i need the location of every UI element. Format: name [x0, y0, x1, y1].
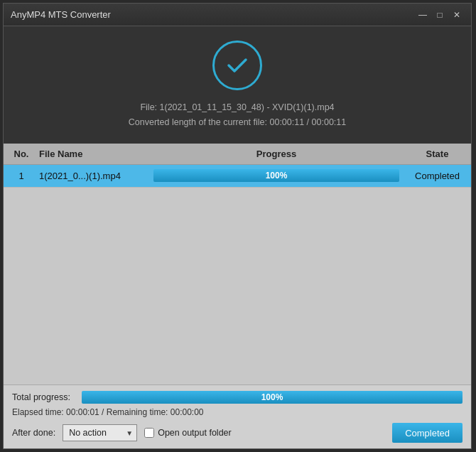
col-header-filename: File Name [39, 149, 149, 159]
total-progress-label: Total progress: [12, 392, 76, 402]
open-output-checkbox[interactable] [144, 428, 154, 438]
open-output-label: Open output folder [158, 428, 232, 438]
elapsed-label: Elapsed time: 00:00:01 / Remaining time:… [12, 407, 204, 417]
row-filename: 1(2021_0...)(1).mp4 [39, 171, 149, 181]
title-bar: AnyMP4 MTS Converter — □ ✕ [4, 4, 471, 26]
col-header-state: State [404, 149, 471, 159]
checkmark-icon [225, 53, 250, 78]
progress-text: 100% [149, 171, 404, 181]
file-info: File: 1(2021_01_11_15_30_48) - XVID(1)(1… [129, 100, 346, 131]
header-area: File: 1(2021_01_11_15_30_48) - XVID(1)(1… [4, 26, 471, 144]
elapsed-row: Elapsed time: 00:00:01 / Remaining time:… [12, 407, 463, 417]
action-select[interactable]: No action Shut down Hibernate Exit progr… [63, 424, 137, 441]
checkbox-area: Open output folder [144, 428, 232, 438]
maximize-button[interactable]: □ [433, 8, 447, 22]
total-progress-row: Total progress: 100% [12, 391, 463, 404]
table-row: 1 1(2021_0...)(1).mp4 100% Completed [4, 165, 471, 188]
row-state: Completed [404, 171, 471, 181]
file-info-line2: Converted length of the current file: 00… [129, 115, 346, 130]
minimize-button[interactable]: — [416, 8, 430, 22]
success-circle [212, 41, 262, 90]
table-header: No. File Name Progress State [4, 144, 471, 165]
action-row: After done: No action Shut down Hibernat… [12, 423, 463, 443]
table-body: 1 1(2021_0...)(1).mp4 100% Completed [4, 165, 471, 385]
window-title: AnyMP4 MTS Converter [11, 9, 416, 20]
total-progress-text: 100% [82, 392, 463, 402]
close-button[interactable]: ✕ [450, 8, 464, 22]
completed-button[interactable]: Completed [392, 423, 463, 443]
bottom-area: Total progress: 100% Elapsed time: 00:00… [4, 384, 471, 448]
action-select-wrapper: No action Shut down Hibernate Exit progr… [63, 424, 137, 441]
row-progress-cell: 100% [149, 169, 404, 182]
row-no: 1 [4, 171, 39, 181]
col-header-no: No. [4, 149, 39, 159]
title-bar-buttons: — □ ✕ [416, 8, 464, 22]
col-header-progress: Progress [149, 149, 404, 159]
total-progress-bar: 100% [82, 391, 463, 404]
table-area: No. File Name Progress State 1 1(2021_0.… [4, 144, 471, 385]
file-info-line1: File: 1(2021_01_11_15_30_48) - XVID(1)(1… [129, 100, 346, 115]
main-window: AnyMP4 MTS Converter — □ ✕ File: 1(2021_… [3, 3, 472, 449]
after-done-label: After done: [12, 428, 55, 438]
